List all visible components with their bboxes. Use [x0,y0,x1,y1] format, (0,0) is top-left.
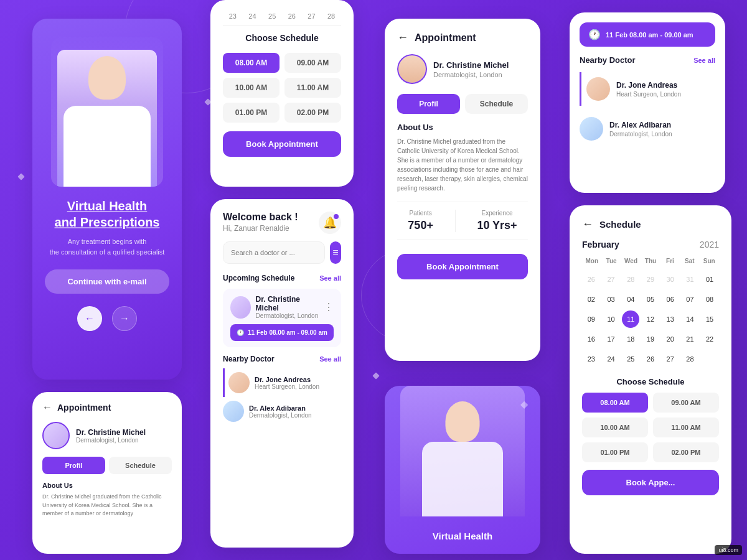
small-tab-schedule[interactable]: Schedule [109,457,172,474]
date-24: 24 [248,12,256,20]
nearby-list-top-right: Dr. Jone Andreas Heart Surgeon, London D… [580,72,715,146]
hero-title: Virtual Health and Prescriptions [55,198,160,230]
cal-day-27-prev[interactable]: 27 [603,271,620,288]
hero-small-doctor [413,392,512,516]
filter-button[interactable]: ≡ [330,241,341,264]
cal-day-15[interactable]: 15 [701,310,718,328]
clock-icon: 🕐 [588,29,601,40]
cal-day-21[interactable]: 21 [681,330,698,348]
cal-day-05[interactable]: 05 [642,291,659,308]
nearby-spec-1: Heart Surgeon, London [616,91,681,98]
search-input[interactable] [223,241,325,264]
cal-day-01[interactable]: 01 [701,271,718,288]
time-btn-1100[interactable]: 11.00 AM [284,78,341,98]
dash-nearby-item-2: Dr. Alex Adibaran Dermatologist, London [223,397,341,426]
continue-email-button[interactable]: Continue with e-mail [45,269,169,294]
cal-day-03[interactable]: 03 [603,291,620,308]
cal-day-11-selected[interactable]: 11 [622,310,639,328]
time-btn-0200pm[interactable]: 02.00 PM [284,103,341,123]
cal-day-20[interactable]: 20 [662,330,679,348]
time-grid: 08.00 AM 09.00 AM 10.00 AM 11.00 AM 01.0… [223,53,341,123]
appointment-title-center: Appointment [415,32,476,44]
dash-nearby-info-1: Dr. Jone Andreas Heart Surgeon, London [255,376,319,390]
nearby-avatar-1 [586,77,610,101]
nearby-spec-2: Dermatologist, London [609,131,672,138]
time-btn-0900[interactable]: 09.00 AM [284,53,341,73]
sched-time-1000[interactable]: 10.00 AM [582,418,648,437]
sched-time-1100[interactable]: 11.00 AM [653,418,719,437]
back-arrow-small[interactable]: ← [42,402,52,413]
notif-dot [334,214,339,219]
cal-day-13[interactable]: 13 [662,310,679,328]
cal-day-29-prev[interactable]: 29 [642,271,659,288]
nearby-title-top-right: Nearby Doctor [580,55,636,65]
back-arrow-sched[interactable]: ← [582,218,593,231]
dash-nearby-spec-2: Dermatologist, London [249,412,312,419]
small-tab-profil[interactable]: Profil [42,457,105,474]
time-btn-0800[interactable]: 08.00 AM [223,53,280,73]
appointment-tabs: Profil Schedule [397,94,528,114]
stat-experience-label: Experience [477,210,517,217]
cal-day-23[interactable]: 23 [583,350,600,368]
cal-day-24[interactable]: 24 [603,350,620,368]
back-arrow-center[interactable]: ← [397,31,408,44]
cal-day-04[interactable]: 04 [622,291,639,308]
book-appointment-button-sched[interactable]: Book Appe... [582,470,719,495]
cal-day-31-prev[interactable]: 31 [681,271,698,288]
sched-time-0800[interactable]: 08.00 AM [582,393,648,413]
date-28: 28 [327,12,335,20]
cal-day-16[interactable]: 16 [583,330,600,348]
dash-nearby-spec-1: Heart Surgeon, London [255,383,319,390]
tab-schedule[interactable]: Schedule [465,94,528,114]
see-all-top-right[interactable]: See all [693,57,715,64]
cal-day-12[interactable]: 12 [642,310,659,328]
cal-day-22[interactable]: 22 [701,330,718,348]
sched-time-0200pm[interactable]: 02.00 PM [653,442,719,462]
notification-badge[interactable]: 🔔 [319,212,341,234]
dash-nearby-see-all[interactable]: See all [319,355,341,363]
doctor-avatar-center [397,54,427,84]
stats-row: Patients 750+ Experience 10 Yrs+ [397,202,528,240]
cal-day-02[interactable]: 02 [583,291,600,308]
prev-arrow[interactable]: ← [77,306,102,331]
book-appointment-button-top[interactable]: Book Appointment [223,131,341,157]
cal-day-07[interactable]: 07 [681,291,698,308]
cal-day-08[interactable]: 08 [701,291,718,308]
time-btn-1000[interactable]: 10.00 AM [223,78,280,98]
small-doc-name: Dr. Christine Michel [76,428,146,437]
sched-time-0900[interactable]: 09.00 AM [653,393,719,413]
day-label-tue: Tue [601,256,621,266]
welcome-row: Welcome back ! Hi, Zanuar Renaldie 🔔 [223,212,341,234]
time-btn-0100pm[interactable]: 01.00 PM [223,103,280,123]
stat-patients-label: Patients [408,210,433,217]
dash-nearby-avatar-1 [228,372,250,393]
cal-day-28-prev[interactable]: 28 [622,271,639,288]
doctor-image [51,37,163,187]
cal-day-26[interactable]: 26 [642,350,659,368]
deco-diamond-3 [372,372,379,379]
next-arrow[interactable]: → [112,306,137,331]
tab-profil[interactable]: Profil [397,94,460,114]
cal-day-19[interactable]: 19 [642,330,659,348]
upcoming-header: Upcoming Schedule See all [223,274,341,282]
three-dots-menu[interactable]: ⋮ [324,301,334,313]
cal-day-18[interactable]: 18 [622,330,639,348]
stat-divider [455,210,456,232]
cal-day-17[interactable]: 17 [603,330,620,348]
dashboard-card: Welcome back ! Hi, Zanuar Renaldie 🔔 ≡ U… [210,199,354,548]
cal-day-06[interactable]: 06 [662,291,679,308]
doctor-body [63,106,151,187]
cal-day-09[interactable]: 09 [583,310,600,328]
cal-days: 26 27 28 29 30 31 01 02 03 04 05 06 07 0… [582,270,719,368]
upcoming-see-all[interactable]: See all [319,274,341,282]
cal-day-30-prev[interactable]: 30 [662,271,679,288]
cal-day-27[interactable]: 27 [662,350,679,368]
cal-day-28[interactable]: 28 [681,350,698,368]
sched-time-0100pm[interactable]: 01.00 PM [582,442,648,462]
cal-day-14[interactable]: 14 [681,310,698,328]
date-26: 26 [288,12,296,20]
book-appointment-button-center[interactable]: Book Appointment [397,254,528,279]
cal-day-26-prev[interactable]: 26 [583,271,600,288]
cal-day-25[interactable]: 25 [622,350,639,368]
cal-day-10[interactable]: 10 [603,310,620,328]
